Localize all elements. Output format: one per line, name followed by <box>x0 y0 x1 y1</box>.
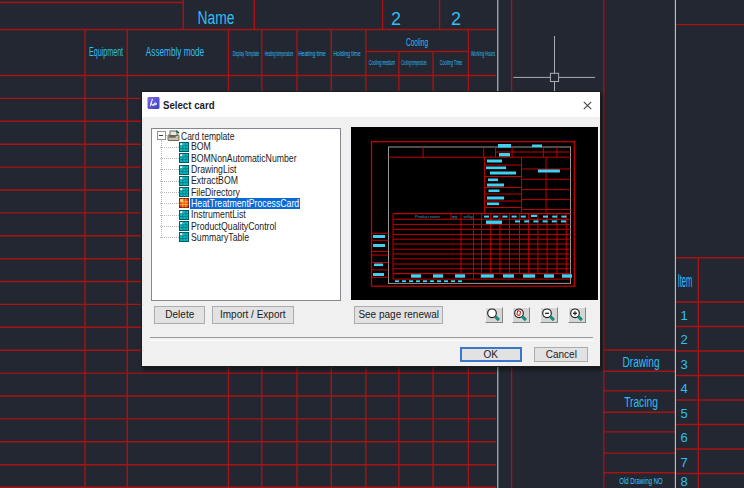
svg-text:Product name: Product name <box>415 214 441 219</box>
svg-text:wt/kg: wt/kg <box>464 214 473 219</box>
svg-text:qty: qty <box>452 214 457 219</box>
